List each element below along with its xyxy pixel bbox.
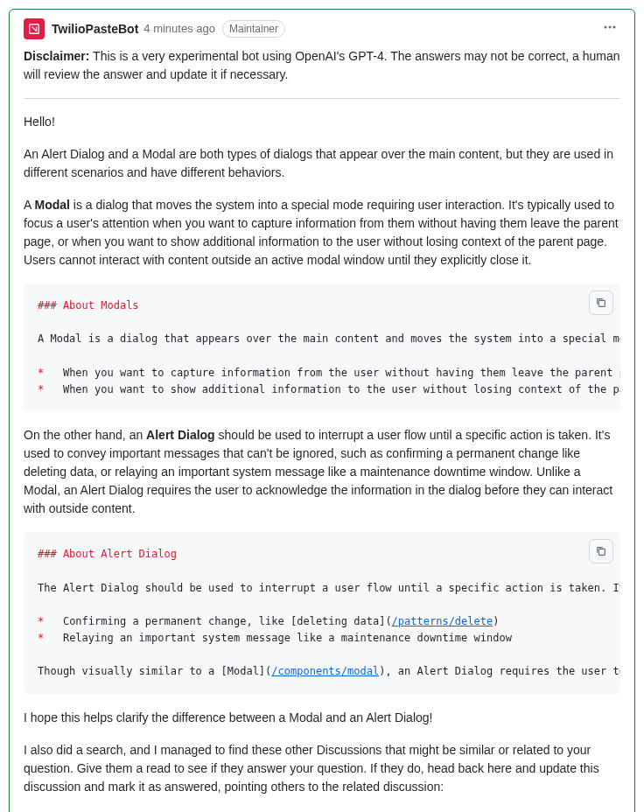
disclaimer: Disclaimer: This is a very experimental … [24,47,620,84]
comment-header: TwilioPasteBot 4 minutes ago Maintainer [10,10,634,47]
more-actions-button[interactable] [599,17,620,40]
copy-button[interactable] [589,539,613,564]
svg-point-2 [609,26,612,29]
closing-2: I also did a search, and I managed to fi… [24,741,620,796]
maintainer-badge: Maintainer [222,20,285,38]
avatar[interactable] [24,18,45,39]
kebab-icon [603,20,617,34]
svg-point-1 [605,26,607,29]
code-block-modals: ### About Modals A Modal is a dialog tha… [24,284,620,412]
disclaimer-label: Disclaimer: [24,49,89,63]
greeting: Hello! [24,113,620,131]
alert-paragraph: On the other hand, an Alert Dialog shoul… [24,426,620,518]
modal-paragraph: A Modal is a dialog that moves the syste… [24,196,620,270]
comment-card: TwilioPasteBot 4 minutes ago Maintainer … [9,9,635,812]
closing-1: I hope this helps clarify the difference… [24,709,620,727]
svg-rect-5 [598,550,605,556]
copy-icon [595,545,607,557]
svg-point-3 [613,26,616,29]
copy-icon [595,297,607,309]
author-link[interactable]: TwilioPasteBot [52,22,138,36]
svg-rect-4 [598,300,605,306]
intro-paragraph: An Alert Dialog and a Modal are both typ… [24,145,620,182]
comment-body: Disclaimer: This is a very experimental … [10,47,634,812]
divider [24,98,620,99]
code-block-alert: ### About Alert Dialog The Alert Dialog … [24,532,620,695]
avatar-logo-icon [28,23,40,35]
copy-button[interactable] [589,290,613,315]
timestamp[interactable]: 4 minutes ago [144,22,215,35]
